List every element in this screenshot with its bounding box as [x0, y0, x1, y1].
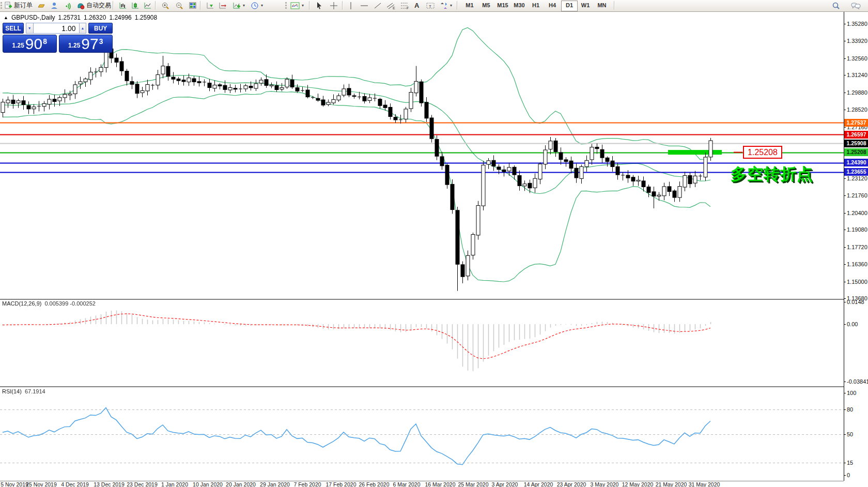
separator: [614, 1, 615, 10]
timeframe-w1-button[interactable]: W1: [578, 1, 593, 10]
one-click-trading-widget: SELL ▼ ▲ BUY 1.25 90 8 1.25 97 3: [3, 23, 113, 53]
chat-icon[interactable]: [850, 0, 862, 11]
rsi-axis-label: 15: [847, 460, 853, 466]
vertical-line-tool-icon[interactable]: [346, 0, 355, 11]
toolbar-grip: [285, 2, 288, 9]
new-order-label: 新订单: [14, 1, 33, 10]
tile-windows-icon[interactable]: [188, 0, 198, 11]
separator: [200, 1, 201, 10]
rsi-label: RSI(14)67.1914: [2, 388, 45, 394]
community-icon[interactable]: [49, 0, 59, 11]
timeframe-h1-button[interactable]: H1: [528, 1, 544, 10]
macd-axis-label: -0.038415: [847, 378, 868, 385]
price-tag-1.24390: 1.24390: [844, 159, 868, 166]
timeframe-m1-button[interactable]: M1: [462, 1, 477, 10]
price-tick-label: 1.16360: [847, 261, 867, 267]
date-label: 5 Nov 2019: [1, 481, 28, 487]
crosshair-icon[interactable]: [329, 0, 339, 11]
sell-price-display[interactable]: 1.25 90 8: [3, 35, 57, 53]
zoom-out-icon[interactable]: [174, 0, 184, 11]
timeframe-m15-button[interactable]: M15: [495, 1, 510, 10]
new-order-icon: [4, 2, 12, 10]
indicators-button[interactable]: ▾: [289, 0, 305, 11]
caret-down-icon: ▾: [261, 3, 263, 8]
pane-divider[interactable]: [0, 386, 844, 387]
timeframe-mn-button[interactable]: MN: [594, 1, 610, 10]
fibonacci-tool-icon[interactable]: F: [399, 0, 411, 11]
separator: [155, 1, 156, 10]
equidistant-channel-tool-icon[interactable]: E: [385, 0, 397, 11]
buy-price-display[interactable]: 1.25 97 3: [59, 35, 113, 53]
volume-decrease-button[interactable]: ▼: [26, 23, 34, 34]
date-label: 23 Dec 2019: [127, 481, 158, 487]
date-label: 13 Dec 2019: [94, 481, 125, 487]
pane-divider[interactable]: [0, 299, 844, 300]
price-tag-1.25208: 1.25208: [844, 148, 868, 156]
sell-price-main: 90: [25, 36, 42, 52]
autotrading-label: 自动交易: [86, 1, 111, 10]
date-label: 23 Apr 2020: [557, 481, 586, 487]
timeframe-h4-button[interactable]: H4: [545, 1, 560, 10]
price-level-callout[interactable]: 1.25208: [743, 146, 782, 159]
macd-pane-canvas[interactable]: [0, 300, 844, 386]
trendline-tool-icon[interactable]: [373, 0, 383, 11]
new-order-button[interactable]: 新订单: [3, 0, 34, 11]
market-watch-icon[interactable]: [36, 0, 47, 11]
date-label: 12 May 2020: [622, 481, 654, 487]
price-tag-1.25908: 1.25908: [844, 140, 868, 147]
mt4-window: { "toolbar":{ "new_order_label":"新订单", "…: [0, 0, 868, 487]
auto-scroll-icon[interactable]: [205, 0, 215, 11]
buy-button[interactable]: BUY: [88, 23, 113, 34]
sell-price-prefix: 1.25: [12, 42, 24, 49]
timeframe-m5-button[interactable]: M5: [478, 1, 494, 10]
new-chart-button[interactable]: ▾: [231, 0, 246, 11]
collapse-triangle-icon[interactable]: ▲: [4, 15, 8, 20]
text-tool-icon[interactable]: A: [413, 0, 420, 11]
buy-price-pip: 3: [99, 37, 103, 45]
rsi-pane-canvas[interactable]: [0, 387, 844, 481]
volume-input[interactable]: [34, 23, 79, 34]
price-tick-label: 1.29880: [847, 89, 867, 96]
bar-chart-mode-icon[interactable]: [118, 0, 128, 11]
sell-price-pip: 8: [43, 37, 47, 45]
macd-label: MACD(12,26,9)0.005399 -0.000252: [2, 300, 96, 307]
autotrading-button[interactable]: 自动交易: [75, 0, 112, 11]
macd-axis-label: 0.00: [847, 321, 858, 327]
rsi-axis-label: 100: [847, 390, 856, 396]
date-label: 29 Jan 2020: [260, 481, 290, 487]
arrows-tool-button[interactable]: ▾: [439, 0, 453, 11]
price-tick-label: 1.33920: [847, 38, 867, 44]
price-tag-1.23655: 1.23655: [844, 168, 868, 176]
caret-down-icon: ▾: [450, 3, 452, 8]
signals-icon[interactable]: [62, 0, 72, 11]
caret-down-icon: ▾: [243, 3, 245, 8]
rsi-axis-label: 80: [847, 406, 853, 413]
main-chart-canvas[interactable]: [0, 11, 844, 299]
ohlc-low: 1.24996: [109, 14, 131, 21]
timeframe-m30-button[interactable]: M30: [512, 1, 527, 10]
search-icon[interactable]: [831, 0, 841, 11]
symbol-period-label: GBPUSD-,Daily: [11, 14, 55, 21]
zoom-in-icon[interactable]: [160, 0, 171, 11]
date-label: 31 May 2020: [689, 481, 720, 487]
date-label: 26 Feb 2020: [359, 481, 390, 487]
candlestick-mode-icon[interactable]: [130, 0, 141, 11]
volume-increase-button[interactable]: ▲: [79, 23, 87, 34]
price-tick-label: 1.28520: [847, 106, 867, 113]
separator: [309, 1, 310, 10]
chart-shift-icon[interactable]: [218, 0, 228, 11]
sell-button[interactable]: SELL: [3, 23, 24, 34]
text-label-tool-icon[interactable]: T: [425, 0, 436, 11]
date-label: 7 Feb 2020: [293, 481, 321, 487]
ohlc-close: 1.25908: [135, 14, 157, 21]
price-tick-label: 1.20400: [847, 210, 867, 216]
separator: [457, 1, 458, 10]
line-chart-mode-icon[interactable]: [143, 0, 153, 11]
chart-title-overlay: ▲ GBPUSD-,Daily 1.25731 1.26320 1.24996 …: [4, 14, 157, 21]
timeframe-d1-button[interactable]: D1: [561, 1, 578, 11]
cursor-icon[interactable]: [314, 0, 324, 11]
separator: [113, 1, 114, 10]
horizontal-line-tool-icon[interactable]: [359, 0, 369, 11]
buy-price-main: 97: [81, 36, 98, 52]
profiles-button[interactable]: ▾: [250, 0, 264, 11]
